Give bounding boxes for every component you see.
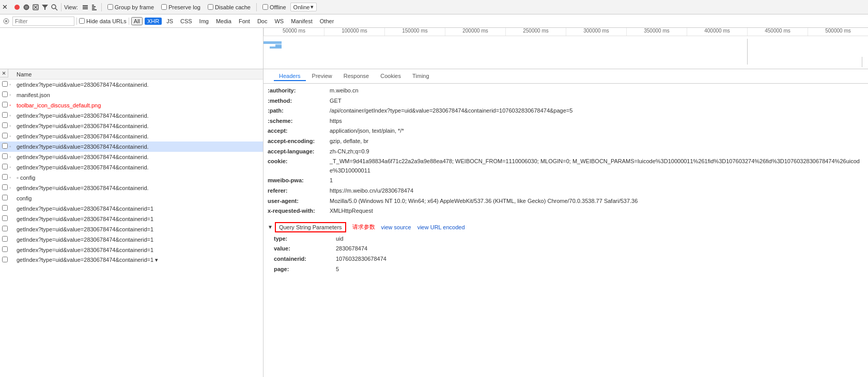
disable-cache-checkbox[interactable] (208, 4, 213, 10)
request-list: Name ◦ getIndex?type=uid&value=283067847… (0, 69, 264, 377)
query-param-page: page: 5 (268, 264, 864, 275)
row-checkbox-8[interactable] (2, 153, 8, 159)
row-dot-5: ◦ (9, 123, 17, 129)
header-val-accept-language: zh-CN,zh;q=0.9 (330, 147, 369, 156)
clear-button[interactable] (32, 3, 40, 11)
timeline: 50000 ms 100000 ms 150000 ms 200000 ms 2… (0, 28, 868, 69)
row-checkbox-17[interactable] (2, 246, 8, 252)
header-val-accept: application/json, text/plain, */* (330, 127, 404, 136)
row-checkbox-7[interactable] (2, 143, 8, 149)
online-label: Online (293, 4, 310, 10)
type-filter-media[interactable]: Media (213, 18, 234, 25)
search-button[interactable] (50, 3, 58, 11)
offline-checkbox[interactable] (262, 4, 268, 10)
request-row-selected[interactable]: ◦ getIndex?type=uid&value=2830678474&con… (0, 142, 263, 152)
view-source-link[interactable]: view source (381, 224, 411, 230)
row-checkbox-15[interactable] (2, 226, 8, 231)
type-filter-xhr[interactable]: XHR (145, 18, 162, 25)
request-row[interactable]: ◦ getIndex?type=uid&value=2830678474&con… (0, 111, 263, 121)
timeline-bar-3 (275, 44, 282, 47)
row-checkbox-16[interactable] (2, 236, 8, 242)
filter-clear-button[interactable] (2, 17, 10, 25)
request-row[interactable]: config (0, 193, 263, 203)
row-name-1: getIndex?type=uid&value=2830678474&conta… (17, 82, 261, 88)
request-row[interactable]: ◦ getIndex?type=uid&value=2830678474&con… (0, 121, 263, 131)
row-name-14: getIndex?type=uid&value=2830678474&conta… (17, 216, 261, 222)
row-checkbox-14[interactable] (2, 215, 8, 221)
request-row[interactable]: ◦ toolbar_icon_discuss_default.png (0, 100, 263, 111)
row-checkbox-13[interactable] (2, 205, 8, 211)
disable-cache-label: Disable cache (215, 4, 251, 10)
row-checkbox-2[interactable] (2, 91, 8, 97)
request-row[interactable]: ◦ getIndex?type=uid&value=2830678474&con… (0, 80, 263, 90)
waterfall-view-button[interactable] (90, 3, 99, 11)
type-filter-ws[interactable]: WS (272, 18, 286, 25)
row-checkbox-6[interactable] (2, 133, 8, 138)
header-key-user-agent: user-agent: (268, 197, 330, 206)
type-filter-font[interactable]: Font (236, 18, 253, 25)
header-accept-encoding: accept-encoding: gzip, deflate, br (268, 136, 864, 147)
request-row[interactable]: ◦ getIndex?type=uid&value=2830678474&con… (0, 162, 263, 172)
tab-preview[interactable]: Preview (307, 72, 337, 81)
request-row[interactable]: getIndex?type=uid&value=2830678474&conta… (0, 245, 263, 255)
row-checkbox-11[interactable] (2, 184, 8, 190)
request-row[interactable]: getIndex?type=uid&value=2830678474&conta… (0, 234, 263, 245)
timeline-right: 50000 ms 100000 ms 150000 ms 200000 ms 2… (264, 28, 868, 69)
filter-bar: Hide data URLs All XHR JS CSS Img Media … (0, 14, 868, 28)
tab-response[interactable]: Response (338, 72, 375, 81)
row-checkbox-3[interactable] (2, 102, 8, 107)
svg-rect-15 (92, 9, 97, 10)
filter-button[interactable] (41, 3, 49, 11)
type-filter-all[interactable]: All (131, 17, 143, 25)
record-button[interactable] (13, 3, 21, 11)
view-url-encoded-link[interactable]: view URL encoded (417, 224, 465, 230)
type-filter-manifest[interactable]: Manifest (288, 18, 315, 25)
detail-panel: × Headers Preview Response Cookies Timin… (264, 69, 868, 377)
online-dropdown[interactable]: Online ▾ (290, 3, 317, 11)
row-name-6: getIndex?type=uid&value=2830678474&conta… (17, 133, 261, 139)
query-val-type: uid (336, 234, 344, 244)
header-key-referer: referer: (268, 186, 330, 196)
request-row[interactable]: getIndex?type=uid&value=2830678474&conta… (0, 224, 263, 234)
preserve-log-label: Preserve log (168, 4, 200, 10)
request-row[interactable]: ◦ getIndex?type=uid&value=2830678474&con… (0, 131, 263, 142)
type-filter-other[interactable]: Other (317, 18, 337, 25)
row-checkbox-5[interactable] (2, 122, 8, 128)
preserve-log-checkbox[interactable] (161, 4, 167, 10)
request-row[interactable]: ◦ getIndex?type=uid&value=2830678474&con… (0, 152, 263, 162)
main-area: Name ◦ getIndex?type=uid&value=283067847… (0, 69, 868, 377)
request-row[interactable]: getIndex?type=uid&value=2830678474&conta… (0, 214, 263, 224)
header-key-method: :method: (268, 97, 330, 106)
query-val-page: 5 (336, 265, 339, 274)
request-row[interactable]: ◦ manifest.json (0, 90, 263, 100)
request-row[interactable]: ◦ ◦ config (0, 172, 263, 183)
type-filter-img[interactable]: Img (197, 18, 211, 25)
row-checkbox-9[interactable] (2, 164, 8, 169)
close-devtools-button[interactable]: ✕ (2, 3, 8, 11)
query-expand-icon[interactable]: ▼ (268, 224, 273, 230)
hide-data-urls-checkbox[interactable] (79, 18, 85, 24)
row-checkbox-1[interactable] (2, 81, 8, 87)
row-checkbox-12[interactable] (2, 195, 8, 200)
stop-button[interactable] (22, 3, 30, 11)
group-by-frame-checkbox[interactable] (107, 4, 113, 10)
row-checkbox-4[interactable] (2, 112, 8, 118)
tab-cookies[interactable]: Cookies (375, 72, 406, 81)
header-cookie: cookie: _T_WM=9d41a98834a6f71c22a2a9a9e8… (268, 156, 864, 176)
list-view-button[interactable] (81, 3, 89, 11)
request-row[interactable]: getIndex?type=uid&value=2830678474&conta… (0, 203, 263, 214)
row-checkbox-18[interactable] (2, 257, 8, 262)
request-row[interactable]: getIndex?type=uid&value=2830678474&conta… (0, 255, 263, 265)
request-row[interactable]: ◦ getIndex?type=uid&value=2830678474&con… (0, 183, 263, 193)
header-key-x-requested-with: x-requested-with: (268, 207, 330, 216)
header-key-authority: :authority: (268, 86, 330, 96)
type-filter-doc[interactable]: Doc (255, 18, 270, 25)
row-checkbox-10[interactable] (2, 174, 8, 180)
filter-input[interactable] (12, 17, 74, 26)
tab-timing[interactable]: Timing (407, 72, 435, 81)
type-filter-js[interactable]: JS (164, 18, 176, 25)
tick-3: 150000 ms (384, 28, 445, 36)
type-filter-css[interactable]: CSS (178, 18, 195, 25)
tab-headers[interactable]: Headers (274, 72, 306, 81)
header-method: :method: GET (268, 96, 864, 106)
